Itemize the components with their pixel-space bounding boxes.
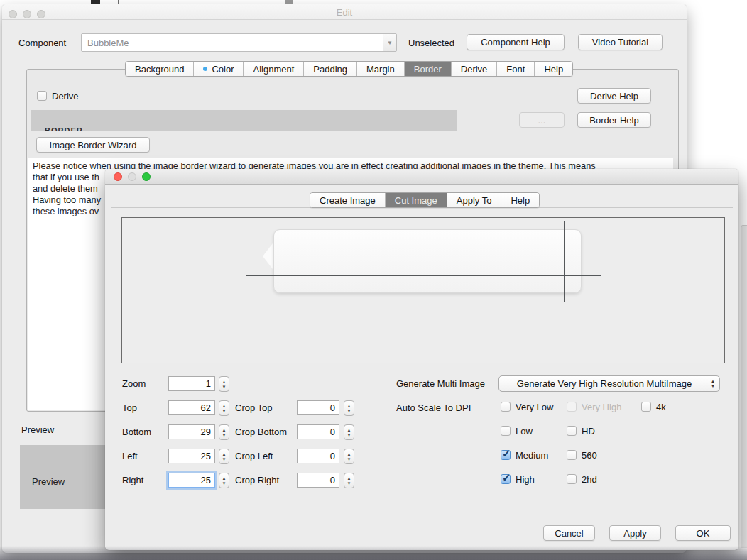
- left-input[interactable]: [168, 449, 215, 463]
- crop-left-input[interactable]: [297, 449, 339, 463]
- image-border-wizard-button[interactable]: Image Border Wizard: [36, 137, 150, 153]
- background-window-edge: [741, 225, 747, 548]
- crop-top-input[interactable]: [297, 400, 339, 415]
- checkbox-560[interactable]: 560: [567, 449, 597, 461]
- top-label: Top: [122, 402, 137, 413]
- tab-derive[interactable]: Derive: [452, 62, 498, 76]
- checkbox-icon: [501, 402, 511, 412]
- right-input[interactable]: [168, 473, 215, 488]
- top-stepper[interactable]: ▲▼: [219, 400, 229, 416]
- checkbox-icon: [37, 91, 47, 101]
- tab-alignment[interactable]: Alignment: [244, 62, 304, 76]
- tab-apply-to[interactable]: Apply To: [447, 193, 502, 207]
- tab-create-image[interactable]: Create Image: [310, 193, 386, 207]
- crop-right-input[interactable]: [297, 473, 339, 488]
- cancel-button[interactable]: Cancel: [543, 525, 595, 541]
- crop-bottom-input[interactable]: [297, 424, 339, 439]
- unselected-status: Unselected: [408, 38, 454, 48]
- tab-background[interactable]: Background: [126, 62, 194, 76]
- checkbox-high[interactable]: High: [501, 473, 535, 485]
- checkbox-4k[interactable]: 4k: [641, 401, 666, 412]
- checkbox-hd[interactable]: HD: [567, 425, 595, 437]
- component-combobox[interactable]: BubbleMe ▼: [81, 33, 397, 52]
- apply-button[interactable]: Apply: [609, 525, 661, 541]
- preview-label: Preview: [21, 424, 54, 435]
- bottom-cut-guide: [246, 275, 601, 276]
- right-label: Right: [122, 475, 143, 485]
- wizard-dialog-titlebar: [105, 169, 738, 185]
- tab-color[interactable]: Color: [194, 62, 244, 76]
- zoom-stepper[interactable]: ▲▼: [219, 376, 229, 392]
- border-type-selector[interactable]: BORDER: [31, 110, 457, 131]
- checkbox-2hd[interactable]: 2hd: [567, 473, 597, 485]
- spinner-down-icon: ▼: [222, 409, 227, 413]
- chevron-down-icon[interactable]: ▼: [383, 34, 396, 51]
- tab-margin[interactable]: Margin: [357, 62, 405, 76]
- bottom-stepper[interactable]: ▲▼: [219, 424, 229, 440]
- spinner-up-icon: ▲: [347, 452, 351, 456]
- video-tutorial-button[interactable]: Video Tutorial: [578, 34, 663, 50]
- spinner-up-icon: ▲: [222, 404, 227, 408]
- checkbox-icon: [567, 426, 577, 436]
- generate-multi-image-select[interactable]: Generate Very High Resolution MultiImage…: [498, 375, 720, 392]
- wizard-tabbar: Create Image Cut Image Apply To Help: [310, 192, 540, 208]
- crop-top-stepper[interactable]: ▲▼: [344, 400, 354, 416]
- left-stepper[interactable]: ▲▼: [219, 449, 229, 464]
- derive-checkbox[interactable]: Derive: [37, 90, 79, 101]
- checkbox-very-low[interactable]: Very Low: [501, 401, 553, 412]
- spinner-up-icon: ▲: [347, 476, 351, 481]
- cut-image-preview: [121, 217, 725, 363]
- checkbox-icon: [567, 474, 577, 484]
- spinner-down-icon: ▼: [347, 433, 351, 437]
- style-tabbar: Background Color Alignment Padding Margi…: [125, 61, 573, 77]
- zoom-window-icon[interactable]: [142, 172, 151, 181]
- crop-right-label: Crop Right: [235, 475, 279, 485]
- checkbox-low[interactable]: Low: [501, 425, 533, 437]
- crop-left-label: Crop Left: [235, 451, 273, 461]
- crop-right-stepper[interactable]: ▲▼: [344, 473, 354, 488]
- tab-padding[interactable]: Padding: [304, 62, 357, 76]
- crop-top-label: Crop Top: [235, 402, 273, 413]
- component-combobox-value: BubbleMe: [82, 38, 383, 48]
- right-stepper[interactable]: ▲▼: [219, 473, 229, 488]
- close-icon[interactable]: [114, 172, 122, 181]
- checkbox-icon: [567, 450, 577, 460]
- derive-help-button[interactable]: Derive Help: [577, 88, 651, 104]
- ok-button[interactable]: OK: [675, 525, 731, 541]
- spinner-down-icon: ▼: [347, 409, 351, 413]
- tab-border[interactable]: Border: [405, 62, 452, 76]
- zoom-label: Zoom: [122, 378, 146, 389]
- auto-scale-label: Auto Scale To DPI: [396, 402, 471, 413]
- bubble-shape: [273, 229, 582, 293]
- crop-left-stepper[interactable]: ▲▼: [344, 449, 354, 464]
- minimize-icon[interactable]: [128, 172, 136, 181]
- color-swatch-icon: [203, 67, 207, 71]
- checkbox-medium[interactable]: Medium: [501, 449, 548, 461]
- tab-font[interactable]: Font: [497, 62, 535, 76]
- crop-bottom-label: Crop Bottom: [235, 427, 287, 437]
- top-input[interactable]: [168, 400, 215, 415]
- checkbox-icon: [501, 426, 511, 436]
- preview-box-text: Preview: [32, 476, 65, 487]
- top-cut-guide: [246, 273, 601, 273]
- border-help-button[interactable]: Border Help: [577, 112, 651, 128]
- ellipsis-button[interactable]: ...: [519, 112, 565, 128]
- component-help-button[interactable]: Component Help: [467, 34, 565, 50]
- window-title: Edit: [2, 7, 687, 18]
- bottom-input[interactable]: [168, 424, 215, 439]
- zoom-input[interactable]: [168, 376, 215, 391]
- spinner-up-icon: ▲: [347, 428, 351, 432]
- popup-updown-icon: ▲▼: [711, 379, 715, 388]
- left-label: Left: [122, 451, 138, 461]
- checkbox-very-high[interactable]: Very High: [567, 401, 621, 412]
- spinner-down-icon: ▼: [222, 385, 227, 389]
- crop-bottom-stepper[interactable]: ▲▼: [344, 424, 354, 440]
- tab-help[interactable]: Help: [501, 193, 539, 207]
- generate-multi-image-label: Generate Multi Image: [396, 378, 485, 389]
- generate-multi-image-value: Generate Very High Resolution MultiImage: [517, 378, 692, 389]
- spinner-up-icon: ▲: [222, 476, 227, 481]
- spinner-up-icon: ▲: [347, 404, 351, 408]
- tab-help[interactable]: Help: [535, 62, 572, 76]
- tab-cut-image[interactable]: Cut Image: [386, 193, 447, 207]
- spinner-down-icon: ▼: [347, 481, 351, 485]
